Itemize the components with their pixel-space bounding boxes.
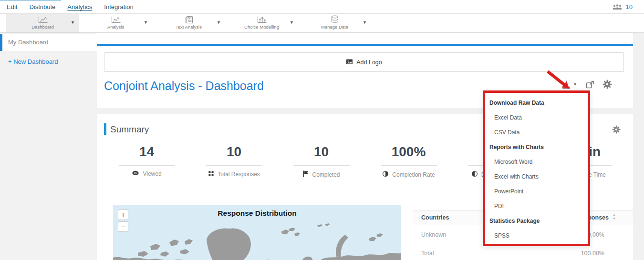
metric-label: Viewed bbox=[143, 170, 161, 177]
divider bbox=[206, 165, 262, 166]
responses-cell: 100.00% bbox=[581, 250, 624, 257]
toolbar-button-label: Text Analysis bbox=[152, 24, 225, 30]
summary-heading: Summary bbox=[110, 124, 149, 135]
divider bbox=[119, 165, 175, 166]
chevron-down-icon[interactable]: ▼ bbox=[217, 20, 221, 25]
metric-value: 10 bbox=[190, 143, 278, 161]
menu-item-excel-data[interactable]: Excel Data bbox=[485, 110, 588, 125]
chevron-down-icon[interactable]: ▼ bbox=[144, 20, 148, 25]
toolbar-dashboard-button[interactable]: Dashboard ▼ bbox=[6, 14, 79, 32]
menu-header-statistics: Statistics Package bbox=[485, 214, 588, 229]
menu-item-excel-charts[interactable]: Excel with Charts bbox=[485, 170, 588, 184]
nav-right: 10 bbox=[613, 0, 633, 14]
summary-accent-bar bbox=[104, 123, 106, 135]
sidebar-item-my-dashboard[interactable]: My Dashboard bbox=[0, 34, 97, 51]
metric-viewed: 14 Viewed bbox=[103, 143, 190, 179]
countries-column-header: Countries bbox=[421, 214, 449, 221]
country-cell: Unknown bbox=[421, 231, 446, 238]
flag-icon bbox=[302, 170, 309, 179]
users-icon[interactable] bbox=[613, 4, 622, 10]
share-icon[interactable] bbox=[585, 80, 594, 89]
top-navigation: Edit Distribute Analytics Integration 10 bbox=[0, 0, 644, 14]
menu-item-powerpoint[interactable]: PowerPoint bbox=[485, 184, 588, 199]
menu-item-pdf[interactable]: PDF bbox=[485, 199, 588, 214]
menu-header-reports: Reports with Charts bbox=[485, 140, 588, 155]
metric-completion-rate: 100% Completion Rate bbox=[365, 143, 452, 179]
toolbar-button-label: Analysis bbox=[79, 24, 152, 30]
summary-gear-icon[interactable] bbox=[612, 125, 621, 134]
image-icon bbox=[346, 58, 353, 67]
chevron-down-icon[interactable]: ▼ bbox=[71, 20, 75, 25]
metric-value: 14 bbox=[103, 143, 190, 161]
table-row-total: Total 100.00% bbox=[413, 244, 633, 260]
toolbar-choice-modelling-button[interactable]: Choice Modelling ▼ bbox=[225, 14, 298, 32]
divider bbox=[381, 165, 437, 166]
download-menu: Download Raw Data Excel Data CSV Data Re… bbox=[483, 90, 590, 246]
metric-completed: 10 Completed bbox=[278, 143, 365, 179]
header-actions: ▼ bbox=[561, 80, 612, 89]
nav-item-edit[interactable]: Edit bbox=[7, 3, 17, 10]
menu-item-csv-data[interactable]: CSV Data bbox=[485, 125, 588, 140]
database-icon bbox=[298, 15, 371, 24]
nav-item-distribute[interactable]: Distribute bbox=[29, 3, 55, 10]
card-top-border bbox=[97, 44, 633, 46]
contrast-icon bbox=[382, 170, 389, 179]
toolbar-button-label: Choice Modelling bbox=[225, 24, 298, 30]
grid-dots-icon bbox=[208, 170, 214, 178]
nav-items: Edit Distribute Analytics Integration bbox=[7, 0, 134, 14]
toolbar-manage-data-button[interactable]: Manage Data ▼ bbox=[298, 14, 371, 32]
metric-label: Completion Rate bbox=[392, 171, 435, 178]
divider bbox=[293, 165, 350, 166]
country-cell: Total bbox=[421, 250, 434, 257]
text-analysis-icon bbox=[152, 15, 225, 24]
add-logo-label: Add Logo bbox=[356, 59, 382, 66]
app-root: Edit Distribute Analytics Integration 10 bbox=[0, 0, 644, 260]
toolbar-button-label: Manage Data bbox=[298, 24, 371, 30]
download-button[interactable]: ▼ bbox=[561, 80, 577, 89]
menu-header-raw-data: Download Raw Data bbox=[485, 96, 588, 110]
metric-label: Completed bbox=[312, 171, 340, 178]
dashboard-sidebar: My Dashboard + New Dashboard bbox=[0, 33, 97, 260]
menu-item-word[interactable]: Microsoft Word bbox=[485, 155, 588, 170]
metric-total-responses: 10 Total Responses bbox=[190, 143, 278, 179]
dropouts-icon bbox=[471, 170, 478, 179]
new-dashboard-button[interactable]: + New Dashboard bbox=[0, 58, 97, 65]
chevron-down-icon: ▼ bbox=[573, 82, 577, 87]
metric-label: Total Responses bbox=[218, 171, 260, 178]
metric-value: 100% bbox=[365, 143, 452, 161]
map-zoom-in-button[interactable]: + bbox=[118, 210, 128, 220]
menu-item-spss[interactable]: SPSS bbox=[485, 229, 588, 243]
chevron-down-icon[interactable]: ▼ bbox=[290, 20, 294, 25]
analysis-chart-icon bbox=[79, 15, 152, 24]
chevron-down-icon[interactable]: ▼ bbox=[363, 20, 367, 25]
eye-icon bbox=[132, 170, 139, 177]
map-title: Response Distribution bbox=[113, 209, 401, 218]
users-count[interactable]: 10 bbox=[626, 3, 633, 10]
sort-icon[interactable] bbox=[612, 214, 616, 221]
nav-item-analytics[interactable]: Analytics bbox=[67, 3, 92, 10]
metric-value: 10 bbox=[278, 143, 365, 161]
toolbar-text-analysis-button[interactable]: Text Analysis ▼ bbox=[152, 14, 225, 32]
map-zoom-out-button[interactable]: − bbox=[118, 221, 128, 232]
toolbar-button-label: Dashboard bbox=[6, 24, 79, 30]
gear-icon[interactable] bbox=[602, 80, 612, 89]
analytics-toolbar: Dashboard ▼ Analysis ▼ bbox=[0, 14, 644, 33]
page-title: Conjoint Analysis - Dashboard bbox=[104, 79, 264, 93]
choice-modelling-icon bbox=[225, 15, 298, 24]
nav-item-integration[interactable]: Integration bbox=[104, 3, 133, 10]
add-logo-button[interactable]: Add Logo bbox=[104, 52, 624, 72]
toolbar-analysis-button[interactable]: Analysis ▼ bbox=[79, 14, 152, 32]
dashboard-chart-icon bbox=[6, 15, 79, 24]
response-distribution-map[interactable]: Response Distribution + − bbox=[113, 205, 401, 260]
